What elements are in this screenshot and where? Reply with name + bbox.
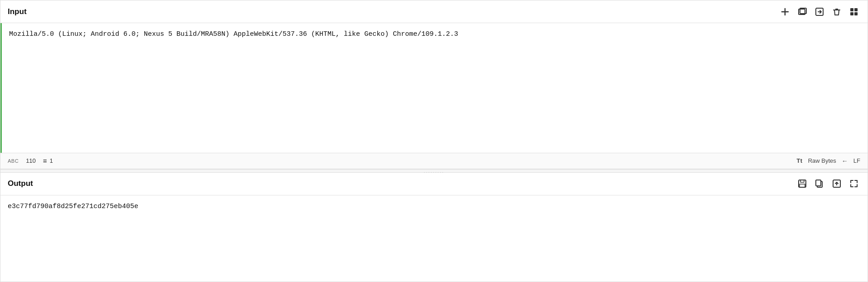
input-textarea[interactable] (0, 23, 868, 153)
status-lf-label: LF (853, 157, 860, 164)
export-icon[interactable] (830, 177, 843, 190)
status-lines-group: ≡ 1 (43, 157, 53, 165)
save-icon[interactable] (796, 177, 809, 190)
main-panel: Input (0, 0, 868, 282)
new-window-icon[interactable] (796, 5, 809, 18)
expand-icon[interactable] (848, 177, 860, 190)
output-content-area (0, 195, 868, 282)
status-tt-label: Tt (796, 157, 802, 164)
output-toolbar (796, 177, 860, 190)
status-right: Tt Raw Bytes ← LF (796, 157, 860, 165)
status-char-count: 110 (26, 157, 36, 164)
svg-rect-8 (800, 180, 804, 182)
input-header: Input (0, 0, 868, 23)
output-textarea[interactable] (0, 195, 868, 282)
svg-rect-11 (816, 180, 821, 186)
status-left: ABC 110 ≡ 1 (8, 157, 53, 165)
import-icon[interactable] (813, 5, 826, 18)
input-title: Input (8, 7, 27, 16)
status-lines-count: 1 (50, 157, 53, 164)
status-raw-bytes-label: Raw Bytes (808, 157, 836, 164)
copy-icon[interactable] (813, 177, 826, 190)
input-content-area (0, 23, 868, 153)
output-title: Output (8, 179, 33, 188)
svg-rect-3 (850, 8, 853, 11)
status-arrow-label: ← (842, 157, 848, 165)
trash-icon[interactable] (830, 5, 843, 18)
input-toolbar (779, 5, 860, 18)
lines-icon: ≡ (43, 157, 47, 165)
add-icon[interactable] (779, 5, 791, 18)
status-bar: ABC 110 ≡ 1 Tt Raw Bytes ← LF (0, 153, 868, 169)
svg-rect-5 (850, 12, 853, 15)
svg-rect-6 (854, 12, 858, 15)
svg-rect-4 (854, 8, 858, 11)
status-abc-label: ABC (8, 158, 19, 164)
panel-divider[interactable]: ......... (0, 169, 868, 173)
output-header: Output (0, 173, 868, 195)
grid-icon[interactable] (848, 5, 860, 18)
svg-rect-9 (800, 184, 805, 187)
